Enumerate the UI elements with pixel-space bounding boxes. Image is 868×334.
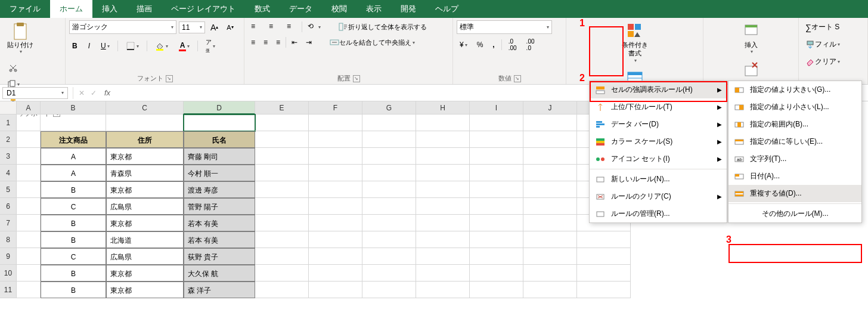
col-header-C[interactable]: C (106, 101, 184, 115)
currency-button[interactable]: ¥▾ (457, 39, 470, 51)
menu-clear-rules[interactable]: ルールのクリア(C)▶ (590, 188, 727, 205)
decrease-indent-button[interactable]: ⇤ (289, 36, 300, 48)
cell[interactable] (416, 248, 470, 265)
cell[interactable] (577, 248, 631, 265)
cell[interactable] (523, 115, 577, 131)
cell[interactable] (255, 215, 309, 231)
cell[interactable] (416, 131, 470, 148)
cell[interactable]: 東京都 (106, 282, 184, 298)
cell[interactable] (309, 231, 362, 248)
menu-highlight-rules[interactable]: セルの強調表示ルール(H)▶ (590, 81, 727, 98)
cell[interactable] (362, 165, 416, 181)
menu-less-than[interactable]: 指定の値より小さい(L)... (728, 98, 861, 116)
menu-top-bottom-rules[interactable]: 上位/下位ルール(T)▶ (590, 98, 727, 116)
cell[interactable] (523, 181, 577, 198)
tab-pagelayout[interactable]: ページ レイアウト (162, 0, 245, 18)
menu-between[interactable]: 指定の範囲内(B)... (728, 116, 861, 133)
bold-button[interactable]: B (69, 40, 80, 52)
wrap-text-button[interactable]: 折り返して全体を表示する (336, 20, 430, 33)
comma-button[interactable]: , (489, 39, 497, 51)
row-header[interactable]: 2 (0, 131, 17, 148)
cell[interactable]: 注文商品 (41, 131, 106, 148)
cell[interactable]: 広島県 (106, 248, 184, 265)
cell[interactable]: 森 洋子 (184, 282, 255, 298)
cell[interactable] (362, 282, 416, 298)
cell[interactable] (309, 282, 362, 298)
cell[interactable] (470, 282, 523, 298)
menu-color-scales[interactable]: カラー スケール(S)▶ (590, 133, 727, 150)
cell[interactable]: B (41, 181, 106, 198)
col-header-I[interactable]: I (470, 101, 523, 115)
cell[interactable] (106, 115, 184, 131)
increase-indent-button[interactable]: ⇥ (303, 36, 315, 48)
row-header[interactable]: 11 (0, 282, 17, 298)
row-header[interactable]: 4 (0, 165, 17, 181)
cell[interactable] (523, 165, 577, 181)
select-all-corner[interactable] (0, 101, 17, 115)
cell[interactable]: 東京都 (106, 265, 184, 282)
menu-data-bars[interactable]: データ バー(D)▶ (590, 116, 727, 133)
tab-help[interactable]: ヘルプ (426, 0, 468, 18)
col-header-B[interactable]: B (41, 101, 106, 115)
border-button[interactable]: ▾ (123, 39, 142, 52)
fill-color-button[interactable]: ▾ (152, 39, 171, 52)
cell[interactable] (17, 198, 41, 215)
cell[interactable] (362, 148, 416, 165)
cell[interactable] (362, 248, 416, 265)
cell[interactable] (41, 115, 106, 131)
cell[interactable] (470, 148, 523, 165)
cell[interactable] (309, 165, 362, 181)
cell[interactable] (362, 198, 416, 215)
cell[interactable] (470, 215, 523, 231)
menu-new-rule[interactable]: 新しいルール(N)... (590, 171, 727, 188)
cell[interactable] (523, 248, 577, 265)
cell[interactable] (309, 115, 362, 131)
cell[interactable]: 東京都 (106, 215, 184, 231)
cell[interactable] (255, 165, 309, 181)
decrease-font-button[interactable]: A▾ (224, 22, 236, 33)
cell[interactable] (470, 165, 523, 181)
cell[interactable]: 氏名 (184, 131, 255, 148)
row-header[interactable]: 9 (0, 248, 17, 265)
menu-date-occurring[interactable]: 日付(A)... (728, 168, 861, 185)
cell[interactable] (362, 131, 416, 148)
cell[interactable] (470, 248, 523, 265)
cell[interactable] (255, 198, 309, 215)
cell[interactable]: 齊藤 剛司 (184, 148, 255, 165)
cell[interactable] (309, 148, 362, 165)
row-header[interactable]: 7 (0, 215, 17, 231)
conditional-format-button[interactable]: 条件付き 書式▾ (618, 20, 652, 65)
menu-equal-to[interactable]: 指定の値に等しい(E)... (728, 133, 861, 150)
cell[interactable]: 住所 (106, 131, 184, 148)
cell[interactable] (17, 215, 41, 231)
col-header-F[interactable]: F (309, 101, 362, 115)
cell[interactable] (255, 248, 309, 265)
cell[interactable] (255, 181, 309, 198)
merge-center-button[interactable]: セルを結合して中央揃え▾ (327, 36, 418, 49)
cell[interactable] (309, 181, 362, 198)
cell[interactable] (577, 282, 631, 298)
cell[interactable]: 大久保 航 (184, 265, 255, 282)
cell[interactable] (523, 198, 577, 215)
cell[interactable] (523, 215, 577, 231)
cell[interactable] (309, 248, 362, 265)
fx-icon[interactable]: fx (104, 88, 110, 97)
number-dialog-launcher[interactable]: ↘ (514, 75, 521, 82)
cell[interactable] (416, 265, 470, 282)
cell[interactable]: 渡邊 寿彦 (184, 181, 255, 198)
cut-button[interactable] (4, 61, 23, 75)
cell[interactable] (17, 181, 41, 198)
clear-button[interactable]: クリア▾ (802, 55, 843, 69)
cell[interactable] (255, 282, 309, 298)
align-right-button[interactable]: ≡ (273, 36, 283, 48)
confirm-formula-button[interactable]: ✓ (88, 87, 100, 99)
cell[interactable]: 若本 有美 (184, 215, 255, 231)
cell[interactable]: 青森県 (106, 165, 184, 181)
percent-button[interactable]: % (474, 39, 486, 51)
font-family-combo[interactable]: 游ゴシック▾ (69, 20, 176, 34)
decrease-decimal-button[interactable]: .00.0 (523, 36, 538, 53)
cell[interactable] (17, 148, 41, 165)
cell[interactable]: C (41, 248, 106, 265)
row-header[interactable]: 3 (0, 148, 17, 165)
cell[interactable] (255, 115, 309, 131)
